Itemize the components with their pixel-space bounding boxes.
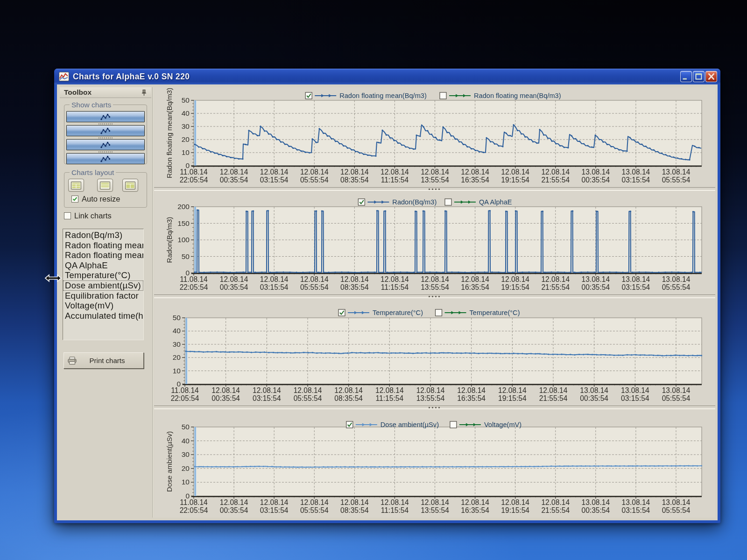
auto-resize-checkbox[interactable]: Auto resize	[71, 195, 120, 203]
x-tick-time: 03:15:54	[621, 394, 649, 402]
parameter-item[interactable]: Radon floating mean(Bq/m3)	[63, 240, 143, 251]
parameter-item[interactable]: Dose ambient(µSv)	[63, 280, 143, 291]
layout-columns-button[interactable]	[122, 179, 138, 192]
button-caption-marks	[99, 137, 113, 139]
x-tick-date: 13.08.14	[662, 168, 691, 176]
show-chart-button-1[interactable]	[66, 111, 145, 122]
parameter-item[interactable]: Accumulated time(h)	[63, 311, 143, 321]
y-tick-label: 40	[182, 109, 190, 117]
y-axis-title: Radon floating mean(Bq/m3)	[165, 88, 173, 178]
legend-checkbox-checked[interactable]	[305, 92, 312, 99]
chart-splitter[interactable]	[154, 187, 715, 191]
legend-item: Radon floating mean(Bq/m3)	[305, 92, 427, 99]
layout-rows-button[interactable]	[97, 179, 113, 192]
legend: Radon floating mean(Bq/m3)Radon floating…	[305, 92, 561, 99]
x-tick-date: 13.08.14	[662, 275, 691, 283]
x-tick-time: 05:55:54	[662, 176, 691, 184]
legend-label: QA AlphaE	[479, 198, 512, 206]
titlebar[interactable]: Charts for AlphaE v.0 SN 220	[54, 69, 720, 84]
y-axis-title: Dose ambient(µSv)	[165, 431, 173, 492]
show-chart-button-2[interactable]	[66, 125, 145, 136]
x-tick-time: 00:35:54	[581, 506, 610, 514]
close-button[interactable]	[705, 71, 717, 82]
printer-icon	[67, 357, 78, 365]
layout-grid-button[interactable]	[68, 179, 84, 192]
parameter-item[interactable]: Radon floating mean(Bq/m3)	[63, 250, 143, 260]
y-tick-label: 10	[182, 478, 190, 486]
chart-splitter[interactable]	[154, 294, 715, 298]
show-chart-button-3[interactable]	[66, 139, 145, 150]
y-tick-label: 200	[177, 203, 190, 210]
legend-checkbox-unchecked[interactable]	[440, 92, 446, 99]
legend-checkbox-unchecked[interactable]	[450, 421, 457, 428]
x-tick-time: 16:35:54	[457, 394, 486, 402]
x-tick-date: 12.08.14	[340, 275, 369, 283]
parameter-listbox[interactable]: Radon(Bq/m3)Radon floating mean(Bq/m3)Ra…	[63, 229, 144, 340]
splitter-grip-icon	[429, 407, 441, 408]
print-charts-button[interactable]: Print charts	[63, 352, 144, 369]
legend-checkbox-unchecked[interactable]	[436, 309, 442, 316]
toolbox-splitter[interactable]	[152, 87, 154, 518]
show-chart-button-4[interactable]	[66, 153, 145, 164]
x-tick-time: 00:35:54	[581, 283, 610, 291]
y-tick-label: 40	[182, 437, 190, 445]
chart-splitter[interactable]	[154, 406, 715, 409]
plot-area	[194, 100, 702, 166]
x-tick-time: 21:55:54	[541, 506, 570, 514]
x-tick-time: 08:35:54	[334, 394, 363, 402]
x-tick-date: 12.08.14	[260, 275, 289, 283]
line-chart-icon	[59, 72, 69, 81]
y-tick-label: 50	[182, 423, 190, 431]
x-tick-date: 12.08.14	[211, 386, 240, 394]
x-tick-date: 12.08.14	[501, 275, 529, 283]
x-tick-date: 13.08.14	[622, 498, 650, 506]
x-tick-time: 13:55:54	[416, 394, 445, 402]
x-tick-date: 12.08.14	[421, 498, 449, 506]
plot-area	[194, 427, 702, 496]
pin-icon[interactable]	[141, 89, 147, 96]
x-tick-time: 00:35:54	[220, 506, 248, 514]
legend-checkbox-checked[interactable]	[346, 421, 353, 428]
chart-curve-icon	[100, 141, 111, 149]
client-area: Toolbox Show charts	[57, 84, 718, 520]
x-tick-time: 21:55:54	[541, 176, 570, 184]
parameter-item[interactable]: QA AlphaE	[63, 260, 143, 271]
layout-grid-icon	[71, 182, 81, 189]
x-tick-date: 12.08.14	[260, 498, 289, 506]
x-tick-date: 13.08.14	[662, 498, 691, 506]
legend-label: Voltage(mV)	[484, 421, 521, 428]
x-tick-date: 12.08.14	[421, 168, 449, 176]
close-icon	[706, 71, 717, 82]
parameter-item[interactable]: Voltage(mV)	[63, 301, 143, 311]
y-tick-label: 0	[176, 380, 181, 388]
x-tick-time: 13:55:54	[421, 283, 449, 291]
x-tick-date: 12.08.14	[334, 386, 363, 394]
y-tick-label: 50	[182, 96, 190, 104]
x-tick-time: 08:35:54	[340, 283, 369, 291]
y-axis: 050100150200	[177, 203, 196, 277]
print-charts-label: Print charts	[78, 357, 137, 364]
x-tick-date: 12.08.14	[501, 498, 529, 506]
parameter-item[interactable]: Equilibration factor	[63, 291, 143, 301]
auto-resize-label: Auto resize	[82, 195, 120, 203]
link-charts-checkbox[interactable]: Link charts	[64, 211, 112, 220]
minimize-button[interactable]	[680, 71, 692, 82]
x-tick-date: 11.08.14	[180, 168, 208, 176]
x-axis: 11.08.1422:05:5412.08.1400:35:5412.08.14…	[180, 273, 702, 291]
x-tick-time: 00:35:54	[581, 176, 610, 184]
legend-checkbox-checked[interactable]	[338, 309, 345, 316]
y-tick-label: 20	[173, 353, 181, 361]
x-tick-time: 11:15:54	[376, 394, 404, 402]
legend-item: Radon(Bq/m3)	[358, 198, 437, 206]
y-tick-label: 30	[173, 340, 181, 348]
maximize-button[interactable]	[693, 71, 705, 82]
plot-area	[185, 318, 702, 384]
legend-checkbox-unchecked[interactable]	[445, 199, 451, 205]
y-tick-label: 0	[185, 161, 190, 169]
parameter-item[interactable]: Temperature(°C)	[63, 270, 143, 280]
legend-checkbox-checked[interactable]	[358, 199, 365, 205]
parameter-item[interactable]: Radon(Bq/m3)	[63, 230, 143, 240]
x-tick-time: 13:55:54	[421, 506, 449, 514]
legend-label: Radon(Bq/m3)	[392, 198, 437, 206]
x-tick-date: 12.08.14	[457, 386, 486, 394]
